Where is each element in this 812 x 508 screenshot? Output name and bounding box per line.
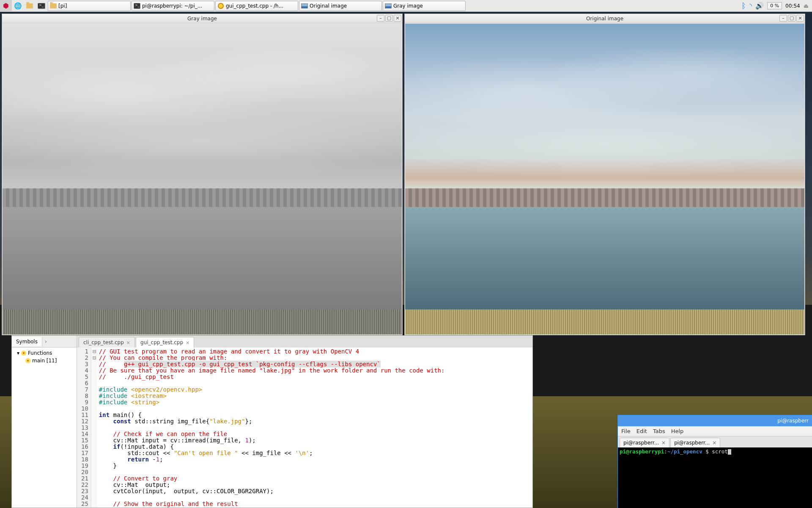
cpu-badge[interactable]: 0 % [767, 2, 782, 9]
task-label: Original image [310, 3, 347, 9]
clock[interactable]: 00:54 [785, 3, 800, 9]
wifi-icon[interactable]: ◝ [749, 2, 752, 10]
folder-icon [50, 3, 57, 9]
terminal-tab[interactable]: pi@raspberr...× [620, 438, 669, 447]
task-label: [pi] [58, 3, 67, 9]
tab-close-icon[interactable]: × [126, 340, 130, 345]
tab-label: gui_cpp_test.cpp [140, 340, 183, 345]
tab-label: pi@raspberr... [623, 440, 659, 446]
taskbar-task[interactable]: Gray image [383, 1, 466, 11]
terminal-menubar: FileEditTabsHelp [618, 426, 812, 436]
prompt-path: ~/pi_opencv [667, 448, 702, 455]
menu-item-file[interactable]: File [621, 428, 631, 434]
minimize-button[interactable]: – [779, 15, 787, 22]
tab-label: pi@raspberr... [674, 440, 710, 446]
terminal-title-text: pi@raspberr [777, 418, 809, 424]
volume-icon[interactable]: 🔊 [755, 2, 764, 10]
window-title-text: Gray image [187, 16, 217, 22]
editor-tabs: cli_cpp_test.cpp×gui_cpp_test.cpp× [77, 336, 532, 348]
close-button[interactable]: × [796, 15, 804, 22]
menu-item-tabs[interactable]: Tabs [653, 428, 665, 434]
eject-icon[interactable]: ⏏ [804, 3, 809, 9]
taskbar-task[interactable]: gui_cpp_test.cpp - /h... [215, 1, 298, 11]
terminal-body[interactable]: pi@raspberrypi:~/pi_opencv $ scrot [618, 447, 812, 508]
prompt-sep: $ [702, 448, 712, 455]
window-gray-image: Gray image – ▢ × [2, 14, 403, 335]
bluetooth-icon[interactable]: ᛒ [741, 1, 746, 10]
prompt-sep: : [664, 448, 667, 455]
tab-close-icon[interactable]: × [186, 340, 189, 345]
taskbar-task[interactable]: Original image [299, 1, 382, 11]
taskbar-task[interactable]: [pi] [48, 1, 131, 11]
editor-tab[interactable]: cli_cpp_test.cpp× [79, 337, 135, 348]
tree-node-functions[interactable]: ▾ Functions [14, 349, 75, 357]
code-editor: Symbols › ▾ Functions main [11] cli_cpp_… [11, 335, 533, 508]
window-original-image: Original image – ▢ × [404, 14, 805, 335]
menu-item-edit[interactable]: Edit [636, 428, 647, 434]
expand-icon: ▾ [17, 350, 19, 356]
prompt-user: pi@raspberrypi [620, 448, 664, 455]
taskbar-task[interactable]: pi@raspberrypi: ~/pi_... [132, 1, 214, 11]
editor-tab[interactable]: gui_cpp_test.cpp× [136, 337, 194, 348]
maximize-button[interactable]: ▢ [788, 15, 796, 22]
functions-icon [21, 351, 26, 356]
taskbar: ⬢ 🌐 [pi]pi@raspberrypi: ~/pi_...gui_cpp_… [0, 0, 812, 12]
image-canvas-color [405, 24, 804, 334]
terminal-command: scrot [712, 448, 728, 455]
terminal-window: pi@raspberr FileEditTabsHelp pi@raspberr… [617, 415, 812, 508]
web-browser-icon[interactable]: 🌐 [12, 0, 24, 12]
img-icon [385, 3, 392, 9]
sidebar-tab-symbols[interactable]: Symbols [12, 337, 42, 346]
maximize-button[interactable]: ▢ [385, 15, 393, 22]
terminal-tabs: pi@raspberr...×pi@raspberr...× [618, 436, 812, 447]
tab-close-icon[interactable]: × [661, 440, 666, 446]
function-icon [25, 358, 30, 363]
terminal-cursor [728, 449, 731, 455]
task-label: pi@raspberrypi: ~/pi_... [142, 3, 202, 9]
terminal-tab[interactable]: pi@raspberr...× [670, 438, 720, 447]
image-canvas-gray [3, 24, 402, 334]
window-title-text: Original image [586, 16, 623, 22]
tree-node-main[interactable]: main [11] [14, 357, 75, 364]
img-icon [301, 3, 308, 9]
terminal-titlebar[interactable]: pi@raspberr [618, 415, 812, 426]
tab-close-icon[interactable]: × [712, 440, 716, 446]
file-manager-icon[interactable] [24, 0, 36, 12]
tab-label: cli_cpp_test.cpp [83, 340, 124, 345]
geany-icon [217, 3, 224, 9]
task-label: gui_cpp_test.cpp - /h... [226, 3, 283, 9]
task-label: Gray image [393, 3, 423, 9]
minimize-button[interactable]: – [377, 15, 384, 22]
term-icon [134, 3, 140, 9]
window-title[interactable]: Original image – ▢ × [405, 14, 805, 23]
sidebar-tab-overflow[interactable]: › [42, 337, 49, 346]
close-button[interactable]: × [394, 15, 401, 22]
terminal-launcher-icon[interactable] [36, 0, 47, 12]
tree-label: main [11] [32, 358, 57, 364]
code-area[interactable]: 1234567891011121314151617181920212223242… [77, 348, 532, 508]
menu-item-help[interactable]: Help [671, 428, 684, 434]
editor-sidebar: Symbols › ▾ Functions main [11] [12, 336, 77, 508]
menu-raspberry-icon[interactable]: ⬢ [0, 0, 12, 12]
window-title[interactable]: Gray image – ▢ × [2, 14, 402, 23]
tree-label: Functions [28, 350, 52, 356]
